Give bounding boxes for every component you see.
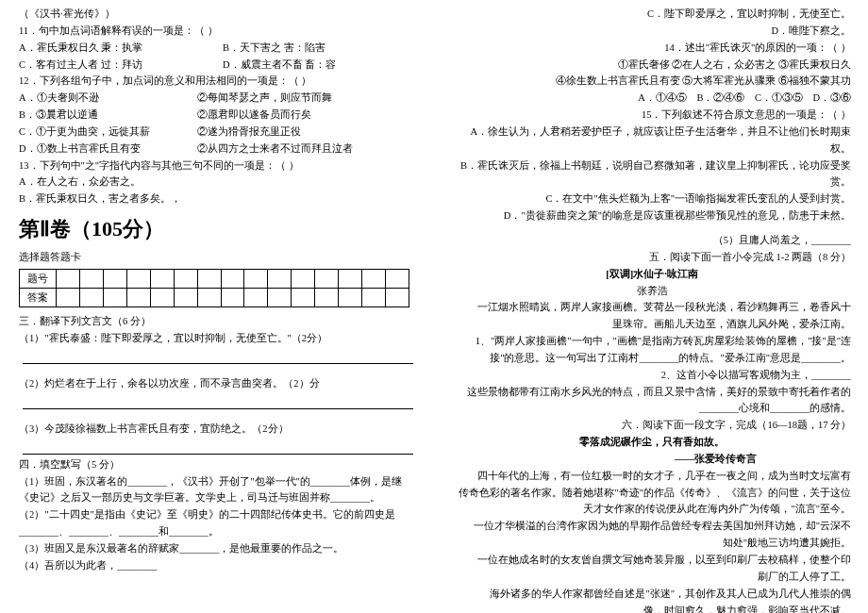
q11-b: B．天下害之 害：陷害	[223, 40, 417, 57]
q15d: D．"贵徙薪曲突之策"的喻意是应该重视那些带预见性的意见，防患于未然。	[453, 207, 851, 224]
s4-3: （3）班固又是东汉最著名的辞赋家________，是他最重要的作品之一。	[19, 540, 417, 557]
q13d: D．唯陛下察之。	[453, 23, 851, 40]
cell[interactable]	[127, 270, 151, 289]
q12: 12．下列各组句子中，加点词的意义和用法相同的一项是：（ ）	[19, 73, 417, 90]
cell[interactable]	[338, 289, 361, 307]
cell[interactable]	[57, 270, 80, 289]
para3: 一位在她成名时的女友曾自撰文写她奇装异服，以至到印刷厂去校稿样，使整个印刷厂的工…	[453, 552, 851, 586]
blank-line[interactable]	[23, 398, 413, 409]
q12c1: C．①于更为曲突，远徙其薪	[19, 124, 188, 141]
cell[interactable]	[174, 289, 197, 307]
cell[interactable]	[361, 270, 385, 289]
q14c: C．①③⑤	[755, 92, 803, 103]
s3-3: （3）今茂陵徐福数上书言霍氏且有变，宜防绝之。（2分）	[19, 421, 417, 438]
para2: 一位才华横溢的台湾作家因为她的早期作品曾经专程去美国加州拜访她，却"云深不知处"…	[453, 518, 851, 552]
q14d: D．③⑥	[812, 92, 851, 103]
q15: 15．下列叙述不符合原文意思的一项是：（ ）	[453, 107, 851, 124]
q11-d: D．威震主者不畜 畜：容	[223, 57, 417, 74]
q12d2: ②从四方之士来者不过而拜且泣者	[197, 141, 417, 157]
q13: 13．下列句中"之"字指代内容与其他三句不同的一项是：（ ）	[19, 157, 417, 174]
s4-2: （2）"二十四史"是指由《史记》至《明史》的二十四部纪传体史书。它的前四史是__…	[19, 506, 417, 540]
cell[interactable]	[150, 270, 174, 289]
cell[interactable]	[315, 270, 339, 289]
article-title: 零落成泥碾作尘，只有香如故。	[453, 434, 851, 451]
q5-2a: 2、这首小令以描写客观物为主，________	[453, 367, 851, 384]
cell[interactable]	[361, 289, 385, 307]
q14-opts: A．①④⑤ B．②④⑥ C．①③⑤ D．③⑥	[453, 90, 851, 107]
poem-author: 张养浩	[453, 283, 851, 300]
q11-ac: A．霍氏秉权日久 秉：执掌	[19, 40, 213, 57]
blank-line[interactable]	[23, 443, 413, 455]
cell[interactable]	[127, 289, 151, 307]
s4-5: （5）且庸人尚羞之，________	[453, 232, 851, 249]
s4-1: （1）班固，东汉著名的________，《汉书》开创了"包举一代"的______…	[19, 473, 417, 507]
q13a: A．在人之右，众必害之。	[19, 174, 417, 191]
cell[interactable]	[57, 289, 80, 307]
cell[interactable]	[292, 270, 315, 289]
para4: 海外诸多的华人作家都曾经自述是"张迷"，其创作及其人已成为几代人推崇的偶像，时间…	[453, 586, 851, 613]
q12d1: D．①数上书言霍氏且有变	[19, 141, 188, 157]
poem-body: 一江烟水照晴岚，两岸人家接画檐。芰荷丛一段秋光淡，看沙鸥舞再三，卷香风十里珠帘。…	[453, 299, 851, 333]
cell[interactable]	[197, 270, 221, 289]
q15a: A．徐生认为，人君稍若爱护臣子，就应该让臣子生活奢华，并且不让他们长时期束权。	[453, 124, 851, 157]
q14-line2: ④徐生数上书言霍氏且有变 ⑤大将军霍光从骤乘 ⑥福独不蒙其功	[453, 73, 851, 90]
cell[interactable]	[268, 289, 292, 307]
cell[interactable]	[221, 270, 244, 289]
cell[interactable]	[315, 289, 339, 307]
cell[interactable]	[338, 270, 361, 289]
cell[interactable]	[150, 289, 174, 307]
cell[interactable]	[385, 270, 409, 289]
q15c: C．在文中"焦头烂额为上客"一语喻指揭发霍氏变乱的人受到封赏。	[453, 191, 851, 207]
cell[interactable]	[244, 289, 268, 307]
q5-1: 1、"两岸人家接画檐"一句中，"画檐"是指南方砖瓦房屋彩绘装饰的屋檐，"接"是"…	[453, 333, 851, 367]
cell[interactable]	[104, 270, 127, 289]
article-subtitle: ——张爱玲传奇言	[453, 451, 851, 468]
q12a2: ②每闻琴瑟之声，则应节而舞	[197, 90, 417, 107]
cell[interactable]	[244, 270, 268, 289]
section-4: 四．填空默写（5 分）	[19, 456, 417, 473]
q12c2: ②遂为猾胥报充里正役	[197, 124, 417, 141]
q12a1: A．①夫奢则不逊	[19, 90, 188, 107]
section-6: 六．阅读下面一段文字，完成（16—18题，17 分）	[453, 417, 851, 434]
section-heading: 第Ⅱ卷（105分）	[19, 211, 417, 246]
s3-1: （1）"霍氏泰盛：陛下即爱厚之，宜以时抑制，无使至亡。"（2分）	[19, 330, 417, 347]
q12b2: ②愿君即以遂备员而行矣	[197, 107, 417, 124]
para1: 四十年代的上海，有一位红极一时的女才子，几乎在一夜之间，成为当时文坛富有传奇色彩…	[453, 468, 851, 519]
cell[interactable]	[80, 270, 104, 289]
cell[interactable]	[385, 289, 409, 307]
q11: 11．句中加点词语解释有误的一项是：（ ）	[19, 23, 417, 40]
q13c: C．陛下即爱厚之，宜以时抑制，无使至亡。	[453, 6, 851, 23]
row-head: 题号	[20, 270, 57, 289]
section-5: 五．阅读下面一首小令完成 1-2 两题（8 分）	[453, 249, 851, 266]
cell[interactable]	[221, 289, 244, 307]
s4-4: （4）吾所以为此者，________	[19, 557, 417, 574]
section-3: 三．翻译下列文言文（6 分）	[19, 313, 417, 330]
cell[interactable]	[174, 270, 197, 289]
s3-2: （2）灼烂者在于上行，余各以功次座，而不录言曲突者。（2）分	[19, 375, 417, 392]
cell[interactable]	[292, 289, 315, 307]
q13b: B．霍氏秉权日久，害之者多矣。，	[19, 191, 417, 207]
answer-card-label: 选择题答题卡	[19, 249, 417, 266]
q14-line1: ①霍氏奢侈 ②在人之右，众必害之 ③霍氏秉权日久	[453, 57, 851, 74]
row-head: 答案	[20, 289, 57, 307]
cell[interactable]	[80, 289, 104, 307]
q14b: B．②④⑥	[696, 92, 744, 103]
q12b1: B．③曩君以逆通	[19, 107, 188, 124]
q15b: B．霍氏诛灭后，徐福上书朝廷，说明自己察微知著，建议皇上抑制霍氏，论功应受奖赏。	[453, 157, 851, 191]
source-ref: （《汉书·霍光传》）	[19, 6, 417, 23]
cell[interactable]	[197, 289, 221, 307]
cell[interactable]	[104, 289, 127, 307]
answer-table: 题号 答案	[19, 269, 409, 307]
cell[interactable]	[268, 270, 292, 289]
q14a: A．①④⑤	[638, 92, 687, 103]
q11-c: C．客有过主人者 过：拜访	[19, 57, 213, 74]
q14: 14．述出"霍氏诛灭"的原因的一项：（ ）	[453, 40, 851, 57]
poem-title: [双调]水仙子·咏江南	[453, 266, 851, 283]
blank-line[interactable]	[23, 353, 413, 364]
q5-2b: 这些景物都带有江南水乡风光的特点，而且又景中含情，美好的景致中寄托着作者的___…	[453, 384, 851, 418]
